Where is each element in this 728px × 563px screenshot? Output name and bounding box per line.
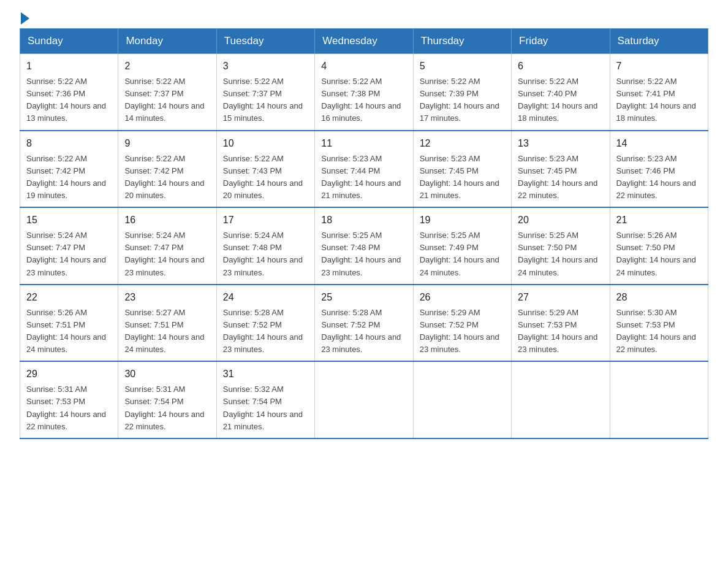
calendar-cell: 7Sunrise: 5:22 AMSunset: 7:41 PMDaylight… [610, 54, 708, 131]
day-info: Sunrise: 5:24 AMSunset: 7:47 PMDaylight:… [124, 229, 210, 279]
day-number: 26 [420, 290, 505, 305]
day-info: Sunrise: 5:31 AMSunset: 7:53 PMDaylight:… [26, 383, 112, 433]
day-info: Sunrise: 5:22 AMSunset: 7:37 PMDaylight:… [223, 75, 308, 125]
day-number: 8 [26, 136, 112, 151]
calendar-cell: 24Sunrise: 5:28 AMSunset: 7:52 PMDayligh… [216, 285, 314, 362]
day-info: Sunrise: 5:31 AMSunset: 7:54 PMDaylight:… [124, 383, 210, 433]
day-number: 23 [124, 290, 210, 305]
day-info: Sunrise: 5:24 AMSunset: 7:48 PMDaylight:… [223, 229, 308, 279]
calendar-cell: 4Sunrise: 5:22 AMSunset: 7:38 PMDaylight… [315, 54, 413, 131]
day-info: Sunrise: 5:25 AMSunset: 7:48 PMDaylight:… [321, 229, 406, 279]
calendar-cell: 3Sunrise: 5:22 AMSunset: 7:37 PMDaylight… [216, 54, 314, 131]
day-number: 29 [26, 367, 112, 381]
calendar-cell: 21Sunrise: 5:26 AMSunset: 7:50 PMDayligh… [610, 207, 708, 285]
header-friday: Friday [512, 29, 610, 54]
day-number: 13 [518, 136, 603, 151]
week-row-2: 15Sunrise: 5:24 AMSunset: 7:47 PMDayligh… [20, 207, 708, 285]
calendar-cell: 29Sunrise: 5:31 AMSunset: 7:53 PMDayligh… [20, 361, 118, 439]
day-info: Sunrise: 5:28 AMSunset: 7:52 PMDaylight:… [321, 307, 406, 356]
day-info: Sunrise: 5:22 AMSunset: 7:36 PMDaylight:… [26, 75, 112, 125]
day-info: Sunrise: 5:23 AMSunset: 7:45 PMDaylight:… [420, 153, 505, 202]
calendar-cell: 12Sunrise: 5:23 AMSunset: 7:45 PMDayligh… [413, 131, 511, 208]
day-number: 27 [518, 290, 603, 305]
day-number: 18 [321, 213, 406, 228]
calendar-cell: 9Sunrise: 5:22 AMSunset: 7:42 PMDaylight… [118, 131, 216, 208]
calendar-cell: 17Sunrise: 5:24 AMSunset: 7:48 PMDayligh… [216, 207, 314, 285]
week-row-3: 22Sunrise: 5:26 AMSunset: 7:51 PMDayligh… [20, 285, 708, 362]
calendar-cell: 25Sunrise: 5:28 AMSunset: 7:52 PMDayligh… [315, 285, 413, 362]
calendar-cell: 8Sunrise: 5:22 AMSunset: 7:42 PMDaylight… [20, 131, 118, 208]
day-number: 6 [518, 59, 603, 74]
calendar-cell [610, 361, 708, 439]
calendar-cell: 31Sunrise: 5:32 AMSunset: 7:54 PMDayligh… [216, 361, 314, 439]
header-row: SundayMondayTuesdayWednesdayThursdayFrid… [20, 29, 708, 54]
day-number: 25 [321, 290, 406, 305]
day-info: Sunrise: 5:26 AMSunset: 7:51 PMDaylight:… [26, 307, 112, 356]
week-row-1: 8Sunrise: 5:22 AMSunset: 7:42 PMDaylight… [20, 131, 708, 208]
day-info: Sunrise: 5:30 AMSunset: 7:53 PMDaylight:… [616, 307, 702, 356]
page-header [20, 15, 708, 21]
header-tuesday: Tuesday [216, 29, 314, 54]
day-info: Sunrise: 5:29 AMSunset: 7:52 PMDaylight:… [420, 307, 505, 356]
day-info: Sunrise: 5:22 AMSunset: 7:38 PMDaylight:… [321, 75, 406, 125]
calendar-cell: 13Sunrise: 5:23 AMSunset: 7:45 PMDayligh… [512, 131, 610, 208]
day-number: 24 [223, 290, 308, 305]
day-number: 28 [616, 290, 702, 305]
day-number: 1 [26, 59, 112, 74]
day-info: Sunrise: 5:22 AMSunset: 7:43 PMDaylight:… [223, 153, 308, 202]
day-info: Sunrise: 5:25 AMSunset: 7:49 PMDaylight:… [420, 229, 505, 279]
day-number: 31 [223, 367, 308, 381]
calendar-cell: 1Sunrise: 5:22 AMSunset: 7:36 PMDaylight… [20, 54, 118, 131]
day-info: Sunrise: 5:26 AMSunset: 7:50 PMDaylight:… [616, 229, 702, 279]
calendar-cell: 6Sunrise: 5:22 AMSunset: 7:40 PMDaylight… [512, 54, 610, 131]
calendar-cell: 22Sunrise: 5:26 AMSunset: 7:51 PMDayligh… [20, 285, 118, 362]
day-number: 3 [223, 59, 308, 74]
calendar-cell: 2Sunrise: 5:22 AMSunset: 7:37 PMDaylight… [118, 54, 216, 131]
day-number: 4 [321, 59, 406, 74]
calendar-cell [512, 361, 610, 439]
day-info: Sunrise: 5:23 AMSunset: 7:44 PMDaylight:… [321, 153, 406, 202]
calendar-cell: 28Sunrise: 5:30 AMSunset: 7:53 PMDayligh… [610, 285, 708, 362]
day-number: 19 [420, 213, 505, 228]
calendar-cell: 26Sunrise: 5:29 AMSunset: 7:52 PMDayligh… [413, 285, 511, 362]
day-info: Sunrise: 5:25 AMSunset: 7:50 PMDaylight:… [518, 229, 603, 279]
calendar-cell [413, 361, 511, 439]
day-number: 11 [321, 136, 406, 151]
day-info: Sunrise: 5:29 AMSunset: 7:53 PMDaylight:… [518, 307, 603, 356]
day-number: 2 [124, 59, 210, 74]
day-number: 9 [124, 136, 210, 151]
day-number: 16 [124, 213, 210, 228]
day-number: 7 [616, 59, 702, 74]
day-number: 20 [518, 213, 603, 228]
day-number: 15 [26, 213, 112, 228]
day-number: 5 [420, 59, 505, 74]
calendar-cell: 18Sunrise: 5:25 AMSunset: 7:48 PMDayligh… [315, 207, 413, 285]
day-info: Sunrise: 5:22 AMSunset: 7:42 PMDaylight:… [124, 153, 210, 202]
day-info: Sunrise: 5:23 AMSunset: 7:45 PMDaylight:… [518, 153, 603, 202]
day-info: Sunrise: 5:24 AMSunset: 7:47 PMDaylight:… [26, 229, 112, 279]
header-saturday: Saturday [610, 29, 708, 54]
week-row-0: 1Sunrise: 5:22 AMSunset: 7:36 PMDaylight… [20, 54, 708, 131]
calendar-cell: 20Sunrise: 5:25 AMSunset: 7:50 PMDayligh… [512, 207, 610, 285]
day-number: 22 [26, 290, 112, 305]
day-info: Sunrise: 5:22 AMSunset: 7:42 PMDaylight:… [26, 153, 112, 202]
header-sunday: Sunday [20, 29, 118, 54]
calendar-cell: 10Sunrise: 5:22 AMSunset: 7:43 PMDayligh… [216, 131, 314, 208]
day-info: Sunrise: 5:32 AMSunset: 7:54 PMDaylight:… [223, 383, 308, 433]
calendar-cell: 11Sunrise: 5:23 AMSunset: 7:44 PMDayligh… [315, 131, 413, 208]
header-thursday: Thursday [413, 29, 511, 54]
week-row-4: 29Sunrise: 5:31 AMSunset: 7:53 PMDayligh… [20, 361, 708, 439]
day-number: 21 [616, 213, 702, 228]
calendar-cell [315, 361, 413, 439]
day-number: 12 [420, 136, 505, 151]
calendar-cell: 30Sunrise: 5:31 AMSunset: 7:54 PMDayligh… [118, 361, 216, 439]
header-monday: Monday [118, 29, 216, 54]
day-info: Sunrise: 5:23 AMSunset: 7:46 PMDaylight:… [616, 153, 702, 202]
calendar-cell: 15Sunrise: 5:24 AMSunset: 7:47 PMDayligh… [20, 207, 118, 285]
calendar-cell: 14Sunrise: 5:23 AMSunset: 7:46 PMDayligh… [610, 131, 708, 208]
day-number: 14 [616, 136, 702, 151]
day-number: 17 [223, 213, 308, 228]
header-wednesday: Wednesday [315, 29, 413, 54]
calendar-cell: 5Sunrise: 5:22 AMSunset: 7:39 PMDaylight… [413, 54, 511, 131]
logo-arrow-icon [21, 12, 29, 25]
